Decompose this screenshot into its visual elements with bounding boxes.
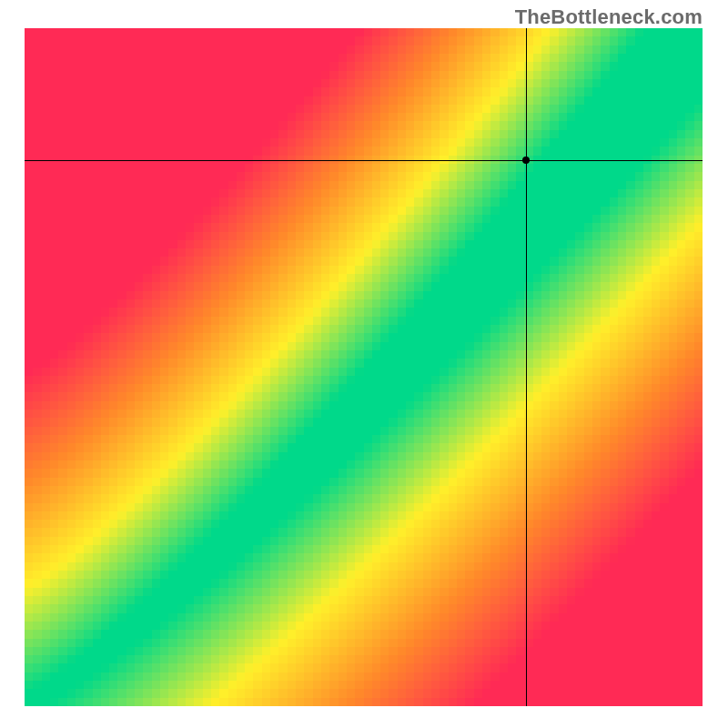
- watermark-text: TheBottleneck.com: [515, 5, 703, 29]
- plot-area: [25, 28, 703, 706]
- bottleneck-heatmap: [25, 28, 703, 706]
- chart-container: TheBottleneck.com: [0, 0, 728, 728]
